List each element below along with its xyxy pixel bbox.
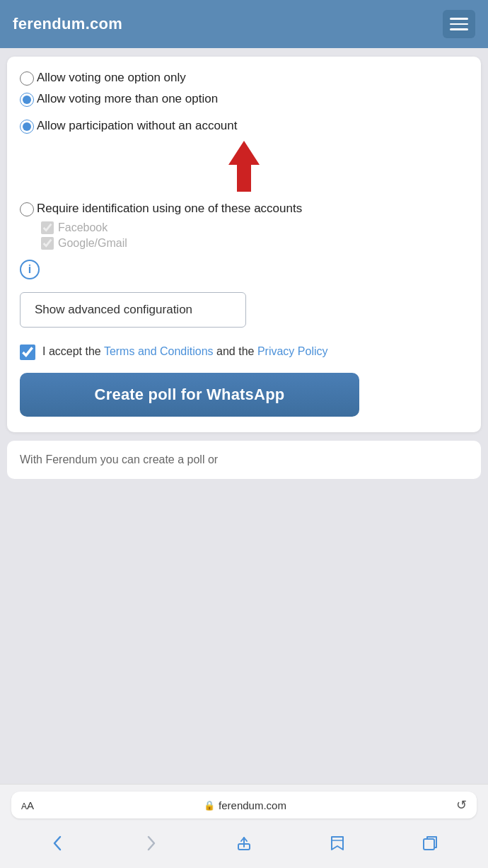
info-icon[interactable]: i (20, 260, 40, 279)
voting-option1-label: Allow voting one option only (37, 69, 186, 86)
menu-icon-line2 (450, 23, 468, 25)
forward-icon (141, 834, 160, 852)
voting-option2-radio[interactable] (20, 93, 34, 107)
create-poll-button[interactable]: Create poll for WhatsApp (20, 373, 359, 417)
lock-icon: 🔒 (204, 800, 215, 811)
reload-button[interactable]: ↺ (456, 797, 467, 813)
google-option: Google/Gmail (41, 237, 468, 250)
google-label: Google/Gmail (58, 237, 127, 250)
bookmarks-icon (328, 834, 347, 852)
facebook-checkbox (41, 221, 54, 234)
browser-nav-bar (11, 827, 477, 862)
participation-option1-label: Allow participation without an account (37, 117, 238, 134)
share-button[interactable] (228, 831, 260, 855)
site-title: ferendum.com (13, 15, 122, 33)
menu-icon-line1 (450, 18, 468, 20)
arrow-container (20, 138, 468, 195)
tabs-icon (421, 834, 439, 852)
facebook-option: Facebook (41, 221, 468, 234)
participation-section: Allow participation without an account R… (20, 117, 468, 250)
participation-option2[interactable]: Require identification using one of thes… (20, 200, 468, 217)
browser-bar: AA 🔒 ferendum.com ↺ (0, 784, 488, 868)
terms-link[interactable]: Terms and Conditions (104, 345, 214, 357)
url-bar: AA 🔒 ferendum.com ↺ (11, 792, 477, 818)
show-advanced-button[interactable]: Show advanced configuration (20, 292, 246, 328)
terms-row: I accept the Terms and Conditions and th… (20, 343, 468, 360)
back-icon (49, 834, 67, 852)
participation-option2-radio[interactable] (20, 202, 34, 216)
forward-button[interactable] (134, 831, 167, 855)
promo-card: With Ferendum you can create a poll or (7, 441, 481, 479)
main-card: Allow voting one option only Allow votin… (7, 57, 481, 432)
bookmarks-button[interactable] (321, 831, 354, 855)
voting-option1-radio[interactable] (20, 71, 34, 86)
terms-checkbox[interactable] (20, 345, 35, 360)
back-button[interactable] (42, 831, 74, 855)
participation-option2-label: Require identification using one of thes… (37, 200, 302, 217)
voting-option2-label: Allow voting more than one option (37, 91, 218, 108)
red-arrow-icon (223, 138, 265, 195)
terms-connector: and the (214, 345, 257, 357)
terms-prefix: I accept the (42, 345, 104, 357)
participation-option1-radio[interactable] (20, 120, 34, 134)
menu-button[interactable] (443, 10, 475, 38)
voting-options-group: Allow voting one option only Allow votin… (20, 69, 468, 108)
font-size-control[interactable]: AA (21, 799, 34, 811)
tabs-button[interactable] (414, 831, 446, 855)
svg-rect-4 (424, 839, 434, 850)
account-checkboxes: Facebook Google/Gmail (41, 221, 468, 250)
google-checkbox (41, 237, 54, 250)
header: ferendum.com (0, 0, 488, 48)
url-display: 🔒 ferendum.com (204, 799, 286, 811)
url-text-value[interactable]: ferendum.com (219, 799, 286, 811)
voting-option2[interactable]: Allow voting more than one option (20, 91, 468, 108)
participation-option1[interactable]: Allow participation without an account (20, 117, 468, 134)
svg-marker-0 (228, 141, 260, 192)
menu-icon-line3 (450, 28, 468, 30)
voting-option1[interactable]: Allow voting one option only (20, 69, 468, 86)
small-a: A (21, 802, 27, 811)
privacy-link[interactable]: Privacy Policy (257, 345, 328, 357)
promo-text: With Ferendum you can create a poll or (20, 453, 218, 465)
terms-text: I accept the Terms and Conditions and th… (42, 343, 327, 360)
share-icon (235, 834, 253, 852)
facebook-label: Facebook (58, 221, 108, 234)
